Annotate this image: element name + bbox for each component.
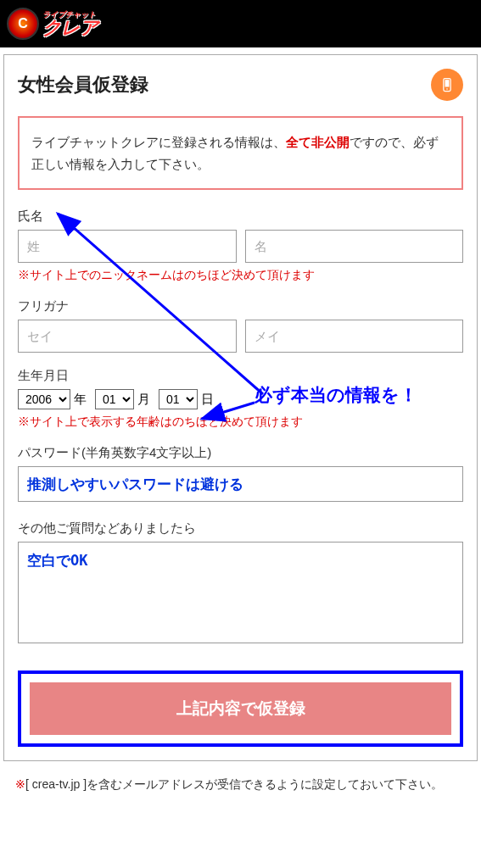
furigana-last-input[interactable] (18, 320, 237, 353)
furigana-first-input[interactable] (245, 320, 464, 353)
submit-button[interactable]: 上記内容で仮登録 (30, 682, 451, 735)
birthdate-footnote: ※サイト上で表示する年齢はのちほと決めて頂けます (18, 415, 463, 430)
name-label: 氏名 (18, 209, 463, 225)
mobile-icon[interactable] (431, 69, 463, 101)
password-input[interactable] (18, 466, 463, 502)
submit-highlight-box: 上記内容で仮登録 (18, 670, 463, 747)
birthdate-label: 生年月日 (18, 368, 463, 384)
notice-box: ライブチャットクレアに登録される情報は、全て非公開ですので、必ず正しい情報を入力… (18, 116, 463, 190)
app-header: ライブチャット クレア (0, 0, 481, 47)
note-marker: ※ (15, 777, 25, 791)
month-unit: 月 (137, 392, 150, 408)
note-text: [ crea-tv.jp ]を含むメールアドレスが受信できるように設定しておいて… (25, 777, 443, 791)
password-label: パスワード(半角英数字4文字以上) (18, 445, 463, 461)
furigana-label: フリガナ (18, 298, 463, 314)
form-container: 女性会員仮登録 ライブチャットクレアに登録される情報は、全て非公開ですので、必ず… (3, 54, 478, 761)
bottom-note: ※[ crea-tv.jp ]を含むメールアドレスが受信できるように設定しておい… (0, 761, 481, 807)
year-unit: 年 (74, 392, 87, 408)
notice-pre: ライブチャットクレアに登録される情報は、 (31, 135, 286, 149)
day-unit: 日 (201, 392, 214, 408)
last-name-input[interactable] (18, 230, 237, 263)
logo-name: クレア (42, 19, 98, 37)
logo-icon (7, 8, 39, 40)
svg-point-2 (446, 88, 448, 90)
logo: ライブチャット クレア (7, 8, 98, 40)
year-select[interactable]: 2006 (18, 389, 70, 409)
page-title: 女性会員仮登録 (18, 72, 148, 97)
name-footnote: ※サイト上でのニックネームはのちほど決めて頂けます (18, 268, 463, 283)
other-label: その他ご質問などありましたら (18, 520, 463, 537)
month-select[interactable]: 01 (95, 389, 134, 409)
first-name-input[interactable] (245, 230, 464, 263)
other-textarea[interactable] (18, 542, 463, 643)
day-select[interactable]: 01 (159, 389, 198, 409)
notice-highlight: 全て非公開 (286, 135, 350, 149)
svg-rect-1 (445, 80, 450, 86)
